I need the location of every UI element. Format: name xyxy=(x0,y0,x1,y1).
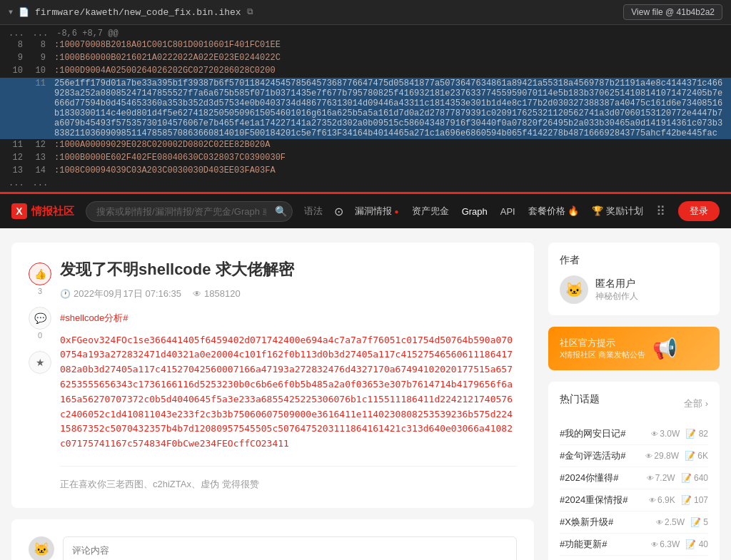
file-path: firmware/kaweth/new_code_fix.bin.ihex xyxy=(35,7,241,18)
hot-posts: 📝 82 xyxy=(685,429,708,439)
hot-topics: 热门话题 全部 #我的网安日记# 👁 3.0W 📝 82 #金句评选活动# 👁 … xyxy=(548,382,720,560)
comments-section: 🐱 提交 共 0 条评论 暂无评论 xyxy=(11,519,534,560)
nav-pricing[interactable]: 套餐价格 🔥 xyxy=(528,205,580,218)
author-section-title: 作者 xyxy=(560,254,708,267)
site-name: 情报社区 xyxy=(31,205,74,218)
file-icon: 📄 xyxy=(19,7,29,18)
notice-subtitle: X情报社区 商業发帖公告 xyxy=(560,350,645,360)
like-count: 3 xyxy=(38,287,42,295)
hot-topic-name: #功能更新# xyxy=(560,538,651,551)
post-views: 1858120 xyxy=(193,288,241,299)
hot-views: 👁 6.3W xyxy=(651,539,680,549)
main-content: 👍 3 💬 0 ★ 发现了不明shellcode 求大佬解密 202 xyxy=(0,228,731,560)
hot-posts: 📝 40 xyxy=(685,539,708,549)
view-file-button[interactable]: View file @ 41b4b2a2 xyxy=(623,4,722,20)
author-subtitle: 神秘创作人 xyxy=(595,290,638,302)
code-line-5: 1112 :1000A00009029E028C020002D0802C02EE… xyxy=(0,139,731,152)
code-line-1: 88 :100070008B2018A01C001C801D0010601F40… xyxy=(0,39,731,52)
like-action[interactable]: 👍 3 xyxy=(29,263,51,295)
notice-icon: 📢 xyxy=(652,337,677,360)
post-date: 2022年09月17日 07:16:35 xyxy=(60,287,181,300)
search-container: 🔍 xyxy=(86,201,293,222)
author-info: 🐱 匿名用户 神秘创作人 xyxy=(560,275,708,304)
comment-input-wrapper: 提交 xyxy=(63,536,517,560)
hot-topic-name: #2024你懂得# xyxy=(560,472,647,484)
hot-views: 👁 6.9K xyxy=(649,495,675,505)
hot-item[interactable]: #僵尸网络# 👁 10.4W 📝 85 xyxy=(560,556,708,560)
comment-input[interactable] xyxy=(63,536,517,560)
hot-topic-stats: 👁 29.8W 📝 6K xyxy=(645,451,708,461)
comment-action[interactable]: 💬 0 xyxy=(29,307,51,340)
code-viewer: ▼ 📄 firmware/kaweth/new_code_fix.bin.ihe… xyxy=(0,0,731,194)
commenter-avatar: 🐱 xyxy=(29,536,54,560)
nav-api[interactable]: API xyxy=(500,206,515,217)
more-icon[interactable]: ⠿ xyxy=(656,203,665,219)
action-bar: 👍 3 💬 0 ★ xyxy=(29,260,51,374)
comment-icon: 💬 xyxy=(29,307,51,330)
code-line-3: 1010 :1000D9004A02500264026202GC02720286… xyxy=(0,65,731,78)
comment-count: 0 xyxy=(38,331,42,340)
hot-views: 👁 7.2W xyxy=(647,473,675,483)
hot-item[interactable]: #我的网安日记# 👁 3.0W 📝 82 xyxy=(560,423,708,445)
nav-links: 漏洞情报 ● 资产兜金 Graph API 套餐价格 🔥 🏆 奖励计划 ⠿ 登录 xyxy=(355,201,720,221)
notice-title: 社区官方提示 xyxy=(560,337,645,350)
post-tag[interactable]: #shellcode分析# xyxy=(60,312,517,325)
author-avatar: 🐱 xyxy=(560,275,588,304)
hot-views: 👁 2.5W xyxy=(656,517,685,527)
copy-icon[interactable]: ⧉ xyxy=(247,7,253,17)
hot-views: 👁 29.8W xyxy=(645,451,679,461)
navbar: X 情报社区 🔍 语法 ⊙ 漏洞情报 ● 资产兜金 Graph API 套餐价格… xyxy=(0,194,731,228)
hot-topic-name: #X焕新升级# xyxy=(560,516,656,529)
hot-item[interactable]: #功能更新# 👁 6.3W 📝 40 xyxy=(560,534,708,556)
like-icon: 👍 xyxy=(29,263,51,285)
hot-topics-title: 热门话题 xyxy=(560,393,600,406)
hot-topic-stats: 👁 2.5W 📝 5 xyxy=(656,517,708,527)
post-main: 发现了不明shellcode 求大佬解密 2022年09月17日 07:16:3… xyxy=(60,260,517,491)
search-input[interactable] xyxy=(86,201,293,222)
search-button[interactable]: 🔍 xyxy=(275,205,287,217)
code-line-highlighted: 11 256e1ff179d01a7be33a395b1f39387b6f570… xyxy=(0,78,731,139)
code-header: ▼ 📄 firmware/kaweth/new_code_fix.bin.ihe… xyxy=(0,0,731,25)
post-content: 0xFGeov324FOc1se366441405f6459402d071742… xyxy=(60,333,517,452)
expand-arrow[interactable]: ▼ xyxy=(9,9,13,16)
dots-line-bottom: ...... xyxy=(0,178,731,189)
hot-items-list: #我的网安日记# 👁 3.0W 📝 82 #金句评选活动# 👁 29.8W 📝 … xyxy=(560,423,708,560)
notice-banner[interactable]: 社区官方提示 X情报社区 商業发帖公告 📢 xyxy=(548,327,720,370)
hot-topic-name: #金句评选活动# xyxy=(560,449,645,462)
nav-rewards[interactable]: 🏆 奖励计划 xyxy=(592,205,643,218)
post-with-actions: 👍 3 💬 0 ★ 发现了不明shellcode 求大佬解密 202 xyxy=(29,260,517,491)
comment-input-area: 🐱 提交 xyxy=(29,536,517,560)
hot-topic-stats: 👁 7.2W 📝 640 xyxy=(647,473,708,483)
hot-topic-stats: 👁 6.9K 📝 107 xyxy=(649,495,708,505)
hot-item[interactable]: #金句评选活动# 👁 29.8W 📝 6K xyxy=(560,445,708,467)
hot-topic-stats: 👁 3.0W 📝 82 xyxy=(651,429,708,439)
code-header-left: ▼ 📄 firmware/kaweth/new_code_fix.bin.ihe… xyxy=(9,7,253,18)
post-title: 发现了不明shellcode 求大佬解密 xyxy=(60,260,517,280)
hot-item[interactable]: #2024重保情报# 👁 6.9K 📝 107 xyxy=(560,489,708,511)
post-meta: 2022年09月17日 07:16:35 1858120 xyxy=(60,287,517,300)
site-logo[interactable]: X 情报社区 xyxy=(11,203,74,219)
code-line-7: 1314 :1008C00094039C03A203C0030030D403EE… xyxy=(0,165,731,178)
reactions: 正在喜欢你三老西图、c2hiZTAx、虚伪 觉得很赞 xyxy=(60,466,517,491)
author-name: 匿名用户 xyxy=(595,278,638,290)
hot-topic-stats: 👁 6.3W 📝 40 xyxy=(651,539,708,549)
nav-graph[interactable]: Graph xyxy=(462,206,488,217)
code-lines: ...... -8,6 +8,7 @@ 88 :100070008B2018A0… xyxy=(0,25,731,192)
nav-assets[interactable]: 资产兜金 xyxy=(412,205,449,218)
github-icon[interactable]: ⊙ xyxy=(334,205,343,218)
post-container: 👍 3 💬 0 ★ 发现了不明shellcode 求大佬解密 202 xyxy=(11,243,534,508)
code-line-2: 99 :1000B60000B0216021A0222022A022E023E0… xyxy=(0,52,731,65)
hot-all-link[interactable]: 全部 xyxy=(684,397,708,410)
hot-topics-header: 热门话题 全部 xyxy=(560,393,708,414)
hot-topic-name: #我的网安日记# xyxy=(560,427,651,440)
reaction-text: 正在喜欢你三老西图、c2hiZTAx、虚伪 觉得很赞 xyxy=(60,479,259,489)
hot-item[interactable]: #X焕新升级# 👁 2.5W 📝 5 xyxy=(560,511,708,534)
nav-vuln-report[interactable]: 漏洞情报 ● xyxy=(355,205,399,218)
bookmark-action[interactable]: ★ xyxy=(29,351,51,374)
hot-item[interactable]: #2024你懂得# 👁 7.2W 📝 640 xyxy=(560,467,708,489)
hot-topic-name: #2024重保情报# xyxy=(560,494,649,506)
syntax-tag[interactable]: 语法 xyxy=(304,205,323,218)
login-button[interactable]: 登录 xyxy=(678,201,720,221)
logo-icon: X xyxy=(11,203,27,219)
sidebar-author: 作者 🐱 匿名用户 神秘创作人 xyxy=(548,243,720,315)
